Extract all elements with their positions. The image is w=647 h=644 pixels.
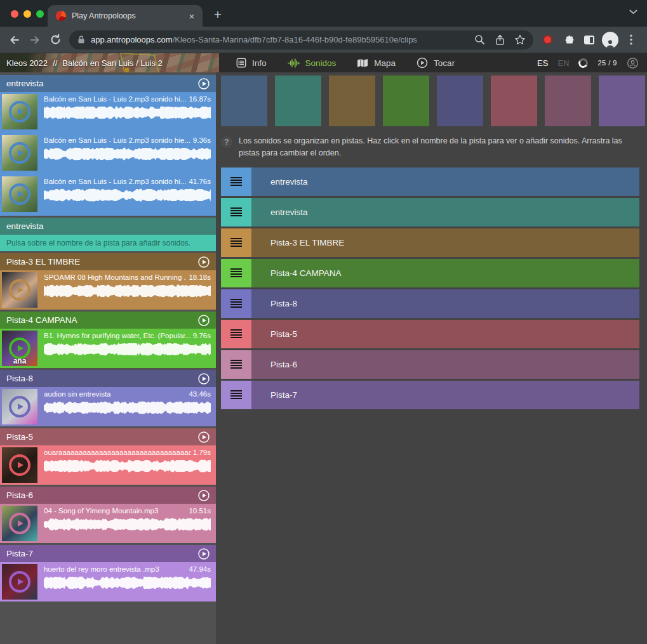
audio-clip[interactable]: SPOAMR 08 High Mountains and Running ...…	[0, 270, 216, 310]
clip-play-overlay-icon[interactable]	[9, 142, 30, 164]
clip-thumbnail[interactable]	[2, 506, 37, 541]
track-header[interactable]: entrevista	[0, 218, 216, 235]
clip-play-overlay-icon[interactable]	[9, 396, 30, 417]
zoom-window-button[interactable]	[36, 10, 44, 18]
reload-icon[interactable]	[46, 30, 65, 49]
clip-thumbnail[interactable]	[2, 447, 37, 483]
clip-thumbnail[interactable]	[2, 94, 37, 129]
audio-clip[interactable]: ouaraaaaaaaaaaaaaaaaaaaaaaaaaaaaaaaaaa..…	[0, 445, 216, 485]
clip-play-overlay-icon[interactable]	[9, 513, 30, 534]
track-header[interactable]: entrevista	[0, 75, 216, 92]
drag-handle[interactable]	[221, 381, 251, 409]
track-row[interactable]: Pista-7	[221, 381, 639, 409]
drag-handle[interactable]	[221, 259, 251, 287]
track-play-button[interactable]	[197, 77, 210, 90]
track-play-button[interactable]	[197, 431, 210, 444]
nav-tab-mapa[interactable]: Mapa	[357, 58, 396, 68]
track-clip-list: audion sin entrevista43.46s	[0, 387, 216, 426]
track-play-button[interactable]	[197, 548, 210, 560]
drag-handle-icon	[230, 299, 242, 308]
clip-info-row: SPOAMR 08 High Mountains and Running ...…	[44, 273, 211, 281]
url-bar[interactable]: app.antropoloops.com/Kleos-Santa-Marina/…	[69, 30, 533, 49]
clip-thumbnail[interactable]	[2, 272, 37, 308]
clip-thumbnail[interactable]	[2, 176, 37, 212]
track-row[interactable]: Pista-3 EL TIMBRE	[221, 228, 639, 257]
clip-duration: 9.36s	[193, 136, 211, 144]
browser-tab[interactable]: Play Antropoloops ×	[48, 5, 203, 27]
lang-es-button[interactable]: ES	[537, 58, 548, 68]
back-icon[interactable]	[5, 30, 24, 49]
audio-clip[interactable]: Balcón en San Luis - Luis 2.mp3 sonido h…	[0, 92, 216, 133]
track-row[interactable]: Pista-6	[221, 350, 639, 379]
tab-close-icon[interactable]: ×	[186, 10, 197, 22]
nav-tab-sonidos[interactable]: Sonidos	[288, 58, 337, 68]
track-play-button[interactable]	[197, 489, 210, 502]
audio-clip[interactable]: 04 - Song of Yimeng Mountain.mp310.51s	[0, 504, 216, 543]
audio-clip[interactable]: huerto del rey moro entrevista .mp347.94…	[0, 562, 216, 601]
share-icon[interactable]	[490, 30, 509, 49]
track-header[interactable]: Pista-4 CAMPANA	[0, 312, 216, 329]
track-header[interactable]: Pista-3 EL TIMBRE	[0, 253, 216, 270]
track-header[interactable]: Pista-5	[0, 428, 216, 445]
track-play-button[interactable]	[197, 314, 210, 327]
track-row-body[interactable]: Pista-5	[251, 320, 639, 348]
bookmark-star-icon[interactable]	[510, 30, 530, 49]
track-row[interactable]: entrevista	[221, 198, 639, 227]
track-header[interactable]: Pista-6	[0, 487, 216, 504]
close-window-button[interactable]	[11, 10, 18, 18]
zoom-level-icon[interactable]	[470, 30, 489, 49]
lock-icon[interactable]	[77, 35, 85, 44]
track-row-body[interactable]: Pista-8	[251, 289, 639, 318]
track-row-body[interactable]: entrevista	[251, 198, 639, 227]
nav-tab-info[interactable]: Info	[236, 58, 267, 68]
track-row[interactable]: Pista-5	[221, 320, 639, 348]
clip-thumbnail[interactable]	[2, 564, 37, 600]
track-row-body[interactable]: Pista-4 CAMPANA	[251, 259, 639, 287]
clip-play-overlay-icon[interactable]	[9, 338, 30, 359]
track-row-label: Pista-8	[270, 299, 297, 308]
clip-play-overlay-icon[interactable]	[9, 101, 30, 122]
clip-thumbnail[interactable]: aña	[2, 331, 37, 366]
extensions-puzzle-icon[interactable]	[559, 30, 578, 49]
track-header[interactable]: Pista-7	[0, 545, 216, 562]
track-row-body[interactable]: entrevista	[251, 168, 639, 196]
tab-search-chevron-icon[interactable]	[629, 10, 637, 15]
audio-clip[interactable]: Balcón en San Luis - Luis 2.mp3 sonido h…	[0, 133, 216, 174]
project-banner[interactable]: Kleos 2022 // Balcón en San Luis / Luis …	[0, 53, 219, 72]
track-row[interactable]: Pista-4 CAMPANA	[221, 259, 639, 287]
drag-handle[interactable]	[221, 289, 251, 318]
track-play-button[interactable]	[197, 372, 210, 385]
drag-handle[interactable]	[221, 168, 251, 196]
track-row-body[interactable]: Pista-7	[251, 381, 639, 409]
record-extension-icon[interactable]	[538, 30, 557, 49]
drag-handle[interactable]	[221, 198, 251, 227]
track-row-body[interactable]: Pista-6	[251, 350, 639, 379]
audio-clip[interactable]: audion sin entrevista43.46s	[0, 387, 216, 426]
forward-icon[interactable]	[25, 30, 44, 49]
side-panel-icon[interactable]	[580, 30, 599, 49]
account-icon[interactable]	[627, 57, 639, 69]
track-row[interactable]: Pista-8	[221, 289, 639, 318]
lang-en-button[interactable]: EN	[557, 58, 569, 68]
clip-play-overlay-icon[interactable]	[9, 279, 30, 301]
new-tab-button[interactable]: +	[209, 6, 227, 23]
clip-play-overlay-icon[interactable]	[9, 454, 30, 476]
browser-menu-icon[interactable]	[622, 30, 641, 49]
track-play-button[interactable]	[197, 256, 210, 268]
track-row-body[interactable]: Pista-3 EL TIMBRE	[251, 228, 639, 257]
track-header[interactable]: Pista-8	[0, 370, 216, 387]
minimize-window-button[interactable]	[23, 10, 31, 18]
drag-handle[interactable]	[221, 228, 251, 257]
track-row[interactable]: entrevista	[221, 168, 639, 196]
profile-avatar-icon[interactable]	[601, 30, 620, 49]
nav-tab-tocar[interactable]: Tocar	[417, 57, 455, 69]
audio-clip[interactable]: añaB1. Hymns for purifying water, Etc. (…	[0, 329, 216, 368]
drag-handle[interactable]	[221, 320, 251, 348]
clip-play-overlay-icon[interactable]	[9, 183, 30, 205]
clip-play-overlay-icon[interactable]	[9, 571, 30, 593]
drag-handle[interactable]	[221, 350, 251, 379]
audio-clip[interactable]: Balcón en San Luis - Luis 2.mp3 sonido h…	[0, 174, 216, 216]
clip-thumbnail[interactable]	[2, 135, 37, 171]
question-mark-icon[interactable]: ?	[221, 136, 232, 148]
clip-thumbnail[interactable]	[2, 389, 37, 424]
